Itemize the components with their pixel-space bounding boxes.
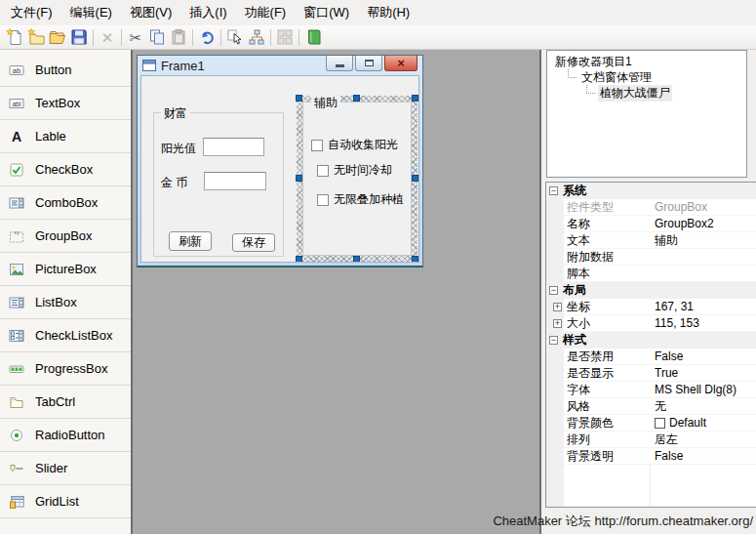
form-client-area[interactable]: 财富 阳光值 金 币 刷新 保存 辅助 xyxy=(140,75,419,263)
toolbox-item-radiobutton[interactable]: RadioButton xyxy=(0,419,131,452)
progressbox-icon xyxy=(9,361,24,377)
open-icon[interactable] xyxy=(47,26,68,48)
hierarchy-icon[interactable] xyxy=(246,26,267,48)
cheatmaker-designer-app: 文件(F) 编辑(E) 视图(V) 插入(I) 功能(F) 窗口(W) 帮助(H… xyxy=(0,0,756,534)
menu-window[interactable]: 窗口(W) xyxy=(295,0,358,25)
designer-window[interactable]: Frame1 × 财富 阳光值 金 币 刷新 xyxy=(137,55,423,267)
copy-icon[interactable] xyxy=(146,26,168,48)
toolbox-item-combobox[interactable]: ComboBox xyxy=(0,186,131,220)
toolbox-item-slider[interactable]: Slider xyxy=(0,452,131,485)
checkbox-row[interactable]: 自动收集阳光 xyxy=(311,137,398,153)
assist-groupbox[interactable]: 辅助 自动收集阳光 无时间冷却 无限叠加种植 xyxy=(302,102,412,256)
resize-handle-bottom-right[interactable] xyxy=(412,256,418,263)
coin-input[interactable] xyxy=(204,172,266,190)
resize-handle-mid-right[interactable] xyxy=(412,175,418,182)
row-indent xyxy=(546,232,564,249)
new-file-icon[interactable] xyxy=(4,26,25,48)
prop-value[interactable]: 居左 xyxy=(650,431,756,448)
toolbox-item-listbox[interactable]: ListBox xyxy=(0,286,131,319)
toolbox-item-label: Lable xyxy=(35,129,66,144)
svg-text:A: A xyxy=(12,129,21,144)
close-button[interactable]: × xyxy=(384,56,418,71)
cut-icon[interactable]: ✂ xyxy=(125,26,146,48)
checkbox-row[interactable]: 无限叠加种植 xyxy=(317,191,404,208)
toolbox-item-gridlist[interactable]: GridList xyxy=(0,485,131,518)
checkbox-row[interactable]: 无时间冷却 xyxy=(317,162,392,179)
menu-function[interactable]: 功能(F) xyxy=(236,0,296,25)
toolbox-item-progressbox[interactable]: ProgressBox xyxy=(0,352,131,386)
resize-handle-bottom-center[interactable] xyxy=(353,256,360,263)
paste-icon[interactable] xyxy=(168,26,189,48)
sun-value-input[interactable] xyxy=(203,138,264,156)
checkbox-icon[interactable] xyxy=(317,165,329,177)
menu-help[interactable]: 帮助(H) xyxy=(358,0,418,25)
selection-frame[interactable]: 辅助 自动收集阳光 无时间冷却 无限叠加种植 xyxy=(297,96,418,262)
designer-window-titlebar[interactable]: Frame1 × xyxy=(138,56,422,75)
maximize-button[interactable] xyxy=(355,56,382,71)
resize-handle-mid-left[interactable] xyxy=(296,175,302,182)
toolbox-item-button[interactable]: ab Button xyxy=(0,54,131,87)
collapse-icon[interactable]: − xyxy=(549,336,558,345)
prop-value[interactable]: True xyxy=(650,366,756,380)
prop-value[interactable]: GroupBox2 xyxy=(650,217,756,230)
groupbox-icon: xy xyxy=(9,228,24,244)
minimize-button[interactable] xyxy=(326,56,353,71)
prop-row-name: 名称 GroupBox2 xyxy=(546,216,756,232)
menu-file[interactable]: 文件(F) xyxy=(2,0,61,25)
select-icon[interactable] xyxy=(224,26,246,48)
new-form-icon[interactable] xyxy=(25,26,47,48)
prop-value[interactable]: False xyxy=(650,449,756,463)
prop-value[interactable]: 167, 31 xyxy=(650,300,756,313)
toolbox-item-checkbox[interactable]: CheckBox xyxy=(0,153,131,186)
refresh-button[interactable]: 刷新 xyxy=(169,231,212,251)
save-form-button[interactable]: 保存 xyxy=(232,233,275,252)
toolbox-item-textbox[interactable]: abl TextBox xyxy=(0,87,131,120)
undo-icon[interactable] xyxy=(196,26,218,48)
toolbox-item-picturebox[interactable]: PictureBox xyxy=(0,253,131,286)
prop-value[interactable]: 115, 153 xyxy=(650,316,756,330)
tree-item-pvz[interactable]: 植物大战僵尸 xyxy=(547,85,746,101)
delete-icon[interactable]: ✕ xyxy=(97,26,118,48)
tree-item-project[interactable]: 新修改器项目1 xyxy=(547,54,746,69)
checkbox-icon[interactable] xyxy=(317,194,329,206)
resize-handle-top-left[interactable] xyxy=(296,95,302,102)
wealth-groupbox[interactable]: 财富 阳光值 金 币 刷新 保存 xyxy=(153,112,284,257)
prop-row-bg-color: 背景颜色 Default xyxy=(546,415,756,431)
prop-label: 是否禁用 xyxy=(564,349,650,365)
toolbox-item-tabctrl[interactable]: TabCtrl xyxy=(0,386,131,419)
collapse-icon[interactable]: − xyxy=(549,186,558,195)
prop-row-script: 脚本 xyxy=(546,266,756,282)
tree-item-form-manager[interactable]: 文档窗体管理 xyxy=(547,69,746,85)
forum-link[interactable]: CheatMaker 论坛 http://forum.cheatmaker.or… xyxy=(493,513,753,530)
checkbox-icon[interactable] xyxy=(311,140,323,151)
toolbox-item-label[interactable]: A Lable xyxy=(0,120,131,153)
expand-icon[interactable]: + xyxy=(553,319,562,328)
prop-value[interactable]: 辅助 xyxy=(650,232,756,249)
resize-handle-top-right[interactable] xyxy=(412,95,418,102)
prop-value[interactable]: Default xyxy=(650,416,756,430)
prop-value[interactable]: MS Shell Dlg(8) xyxy=(650,383,756,396)
resize-handle-bottom-left[interactable] xyxy=(296,256,302,263)
resize-handle-top-center[interactable] xyxy=(353,95,360,102)
toolbox-item-groupbox[interactable]: xy GroupBox xyxy=(0,220,131,253)
prop-value[interactable]: 无 xyxy=(650,398,756,415)
window-icon xyxy=(142,60,156,71)
book-icon[interactable] xyxy=(302,26,324,48)
prop-value[interactable]: False xyxy=(650,349,756,363)
grid-icon[interactable] xyxy=(274,26,296,48)
menu-view[interactable]: 视图(V) xyxy=(121,0,180,25)
menu-edit[interactable]: 编辑(E) xyxy=(61,0,121,25)
color-swatch xyxy=(655,418,665,429)
save-icon[interactable] xyxy=(68,26,90,48)
right-panel: 新修改器项目1 文档窗体管理 植物大战僵尸 − 系统 xyxy=(539,50,756,534)
category-label: 布局 xyxy=(563,282,586,299)
menu-insert[interactable]: 插入(I) xyxy=(180,0,235,25)
prop-label: 附加数据 xyxy=(564,249,650,266)
project-tree: 新修改器项目1 文档窗体管理 植物大战僵尸 xyxy=(546,50,747,178)
wealth-groupbox-title: 财富 xyxy=(161,105,190,122)
collapse-icon[interactable]: − xyxy=(549,286,558,295)
toolbox-item-checklistbox[interactable]: CheckListBox xyxy=(0,319,131,352)
expand-icon[interactable]: + xyxy=(553,303,562,311)
textbox-icon: abl xyxy=(9,96,24,111)
toolbox-item-label: ProgressBox xyxy=(35,361,107,376)
